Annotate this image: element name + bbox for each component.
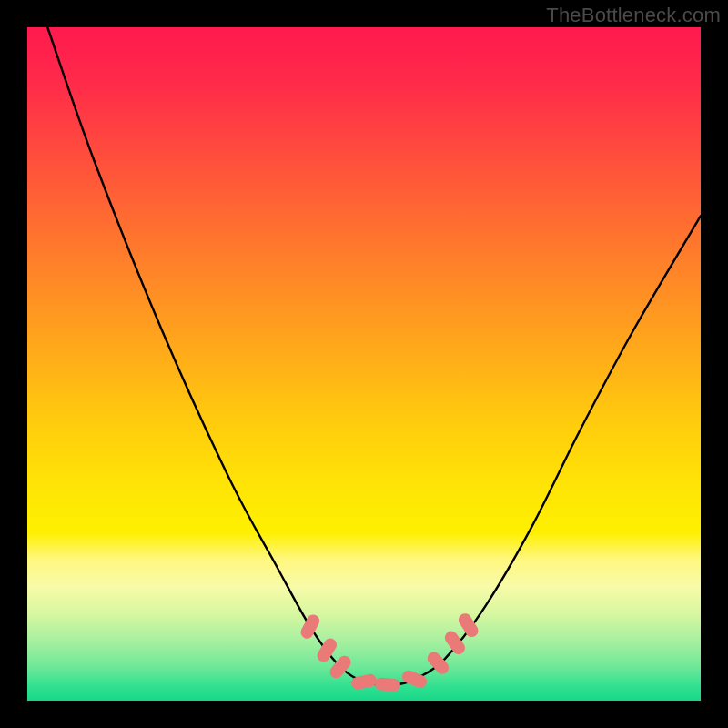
marker-capsule [350,673,378,692]
bottleneck-curve [47,27,701,685]
chart-frame: TheBottleneck.com [0,0,728,728]
marker-capsule [400,669,429,690]
marker-capsule [442,629,468,657]
watermark-text: TheBottleneck.com [546,4,721,27]
marker-capsule [298,612,322,641]
curve-svg [27,27,701,701]
marker-capsule [374,677,400,692]
plot-area [27,27,701,701]
curve-markers [298,612,480,693]
marker-capsule [456,612,480,640]
